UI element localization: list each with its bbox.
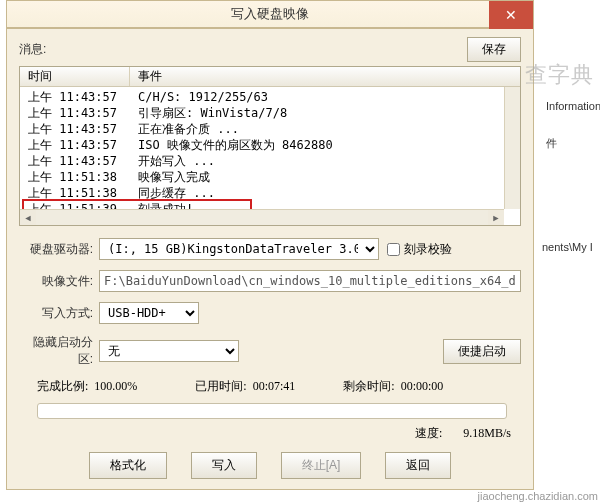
watermark-top: 查字典 — [525, 60, 594, 90]
disk-select[interactable]: (I:, 15 GB)KingstonDataTraveler 3.0PMAP — [99, 238, 379, 260]
disk-label: 硬盘驱动器: — [19, 241, 99, 258]
scroll-right-icon[interactable]: ► — [488, 210, 504, 226]
log-header-time[interactable]: 时间 — [20, 67, 130, 86]
log-box: 时间 事件 上午 11:43:57C/H/S: 1912/255/63 上午 1… — [19, 66, 521, 226]
mode-label: 写入方式: — [19, 305, 99, 322]
format-button[interactable]: 格式化 — [89, 452, 167, 479]
hide-label: 隐藏启动分区: — [19, 334, 99, 368]
mode-select[interactable]: USB-HDD+ — [99, 302, 199, 324]
button-row: 格式化 写入 终止[A] 返回 — [19, 452, 521, 479]
log-body: 上午 11:43:57C/H/S: 1912/255/63 上午 11:43:5… — [20, 87, 520, 219]
back-button[interactable]: 返回 — [385, 452, 451, 479]
image-path-input[interactable] — [99, 270, 521, 292]
titlebar: 写入硬盘映像 ✕ — [6, 0, 534, 28]
image-label: 映像文件: — [19, 273, 99, 290]
verify-checkbox[interactable]: 刻录校验 — [387, 241, 452, 258]
log-row: 上午 11:43:57C/H/S: 1912/255/63 — [20, 89, 520, 105]
form-area: 硬盘驱动器: (I:, 15 GB)KingstonDataTraveler 3… — [19, 238, 521, 368]
log-row: 上午 11:51:38映像写入完成 — [20, 169, 520, 185]
progress-bar — [37, 403, 507, 419]
scrollbar-vertical[interactable] — [504, 87, 520, 209]
log-header-event[interactable]: 事件 — [130, 68, 520, 85]
window-title: 写入硬盘映像 — [231, 5, 309, 23]
speed-value: 9.18MB/s — [463, 426, 511, 440]
abort-button: 终止[A] — [281, 452, 362, 479]
progress-row — [37, 403, 521, 419]
window-body: 消息: 保存 时间 事件 上午 11:43:57C/H/S: 1912/255/… — [6, 28, 534, 490]
log-row: 上午 11:43:57ISO 映像文件的扇区数为 8462880 — [20, 137, 520, 153]
bg-info-text: Information — [540, 100, 600, 112]
watermark-bottom: jiaocheng.chazidian.com — [478, 490, 598, 502]
bg-folder-text: 件 — [540, 136, 600, 151]
bg-path-text: nents\My I — [540, 241, 600, 253]
stats-row: 完成比例:100.00% 已用时间:00:07:41 剩余时间:00:00:00 — [37, 378, 521, 395]
elapsed-label: 已用时间: — [195, 379, 246, 393]
hide-partition-select[interactable]: 无 — [99, 340, 239, 362]
speed-label: 速度: — [415, 426, 442, 440]
remain-value: 00:00:00 — [401, 379, 444, 393]
percent-label: 完成比例: — [37, 379, 88, 393]
log-row: 上午 11:43:57引导扇区: WinVista/7/8 — [20, 105, 520, 121]
message-label: 消息: — [19, 41, 46, 58]
scrollbar-horizontal[interactable]: ◄ ► — [20, 209, 504, 225]
verify-checkbox-input[interactable] — [387, 243, 400, 256]
verify-label: 刻录校验 — [404, 241, 452, 258]
close-button[interactable]: ✕ — [489, 1, 533, 29]
write-button[interactable]: 写入 — [191, 452, 257, 479]
log-row: 上午 11:43:57正在准备介质 ... — [20, 121, 520, 137]
elapsed-value: 00:07:41 — [253, 379, 296, 393]
percent-value: 100.00% — [94, 379, 137, 393]
scroll-left-icon[interactable]: ◄ — [20, 210, 36, 226]
save-button[interactable]: 保存 — [467, 37, 521, 62]
quickboot-button[interactable]: 便捷启动 — [443, 339, 521, 364]
remain-label: 剩余时间: — [343, 379, 394, 393]
log-row: 上午 11:43:57开始写入 ... — [20, 153, 520, 169]
log-row: 上午 11:51:38同步缓存 ... — [20, 185, 520, 201]
log-header: 时间 事件 — [20, 67, 520, 87]
